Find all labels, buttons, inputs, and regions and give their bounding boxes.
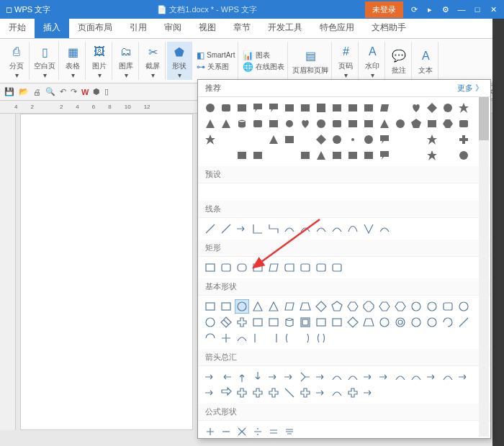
document-canvas[interactable] (20, 114, 193, 430)
shape-item[interactable] (457, 316, 470, 329)
relation-button[interactable]: ⊶关系图 (197, 62, 235, 72)
maximize-icon[interactable]: □ (471, 5, 484, 14)
shape-item[interactable] (283, 222, 296, 235)
shape-item[interactable] (251, 149, 264, 162)
sync-icon[interactable]: ⟳ (408, 5, 420, 14)
qat-cube-icon[interactable]: ⬢ (93, 87, 100, 96)
shape-item[interactable] (410, 133, 423, 146)
shape-item[interactable] (267, 117, 280, 130)
shape-item[interactable] (251, 222, 264, 235)
shape-item[interactable] (315, 222, 328, 235)
qat-redo-icon[interactable]: ↷ (71, 87, 77, 96)
watermark-button[interactable]: A水印▾ (360, 42, 385, 80)
shape-item[interactable] (394, 370, 407, 383)
shape-item[interactable] (457, 101, 470, 114)
shape-item[interactable] (299, 117, 312, 130)
shape-item[interactable] (204, 300, 217, 313)
shape-ellipse[interactable] (235, 300, 248, 313)
shape-item[interactable] (220, 117, 233, 130)
shape-item[interactable] (394, 117, 407, 130)
shape-item[interactable] (378, 133, 391, 146)
shape-item[interactable] (267, 149, 280, 162)
settings-icon[interactable]: ⚙ (439, 5, 452, 14)
shape-item[interactable] (346, 222, 359, 235)
qat-w-icon[interactable]: W (81, 88, 89, 96)
table-button[interactable]: ▦表格▾ (60, 42, 86, 80)
shape-item[interactable] (410, 370, 423, 383)
shape-item[interactable] (251, 386, 264, 399)
shape-item[interactable] (204, 149, 217, 162)
shape-item[interactable] (299, 386, 312, 399)
shape-item[interactable] (267, 316, 280, 329)
shape-item[interactable] (330, 133, 343, 146)
shape-item[interactable] (235, 222, 248, 235)
image-button[interactable]: 🖼图片▾ (87, 42, 112, 80)
pagebreak-button[interactable]: ⎙分页▾ (4, 42, 30, 80)
shape-item[interactable] (330, 101, 343, 114)
shape-item[interactable] (457, 300, 470, 313)
blankpage-button[interactable]: ▯空白页▾ (31, 42, 59, 80)
tab-layout[interactable]: 页面布局 (69, 17, 121, 38)
qat-save-icon[interactable]: 💾 (4, 87, 14, 96)
shape-item[interactable] (251, 133, 264, 146)
shape-item[interactable] (330, 300, 343, 313)
tab-chapter[interactable]: 章节 (225, 17, 259, 38)
shape-item[interactable] (299, 316, 312, 329)
shape-item[interactable] (315, 370, 328, 383)
shape-item[interactable] (267, 133, 280, 146)
shape-item[interactable] (426, 316, 438, 329)
shape-item[interactable] (410, 117, 423, 130)
tab-view[interactable]: 视图 (190, 17, 225, 38)
shape-item[interactable] (235, 117, 248, 130)
shape-item[interactable] (204, 370, 217, 383)
qat-print-icon[interactable]: 🖨 (33, 88, 41, 96)
shape-item[interactable] (426, 117, 438, 130)
headerfooter-button[interactable]: ▤页眉和页脚 (289, 42, 332, 80)
shape-item[interactable] (315, 332, 328, 345)
shape-item[interactable] (362, 222, 375, 235)
shape-item[interactable] (410, 300, 423, 313)
shape-item[interactable] (346, 133, 359, 146)
shape-item[interactable] (315, 300, 328, 313)
shape-item[interactable] (220, 222, 233, 235)
shape-item[interactable] (315, 316, 328, 329)
shape-item[interactable] (378, 316, 391, 329)
shape-item[interactable] (220, 386, 233, 399)
textbox-button[interactable]: A文本 (413, 42, 438, 80)
shape-item[interactable] (220, 149, 233, 162)
chart-button[interactable]: 📊图表 (243, 50, 284, 60)
shape-item[interactable] (220, 332, 233, 345)
shape-item[interactable] (410, 101, 423, 114)
shape-item[interactable] (330, 117, 343, 130)
shape-item[interactable] (330, 222, 343, 235)
shape-item[interactable] (283, 300, 296, 313)
shape-item[interactable] (235, 370, 248, 383)
shape-item[interactable] (204, 386, 217, 399)
shape-item[interactable] (283, 316, 296, 329)
shape-item[interactable] (220, 316, 233, 329)
shape-item[interactable] (362, 101, 375, 114)
shape-item[interactable] (346, 386, 359, 399)
shape-item[interactable] (346, 300, 359, 313)
shape-item[interactable] (362, 117, 375, 130)
qat-preview-icon[interactable]: 🔍 (45, 87, 55, 96)
shape-item[interactable] (346, 117, 359, 130)
shape-item[interactable] (362, 133, 375, 146)
shape-item[interactable] (346, 149, 359, 162)
shape-item[interactable] (378, 101, 391, 114)
shape-item[interactable] (394, 133, 407, 146)
shape-item[interactable] (330, 386, 343, 399)
shape-item[interactable] (251, 316, 264, 329)
shape-item[interactable] (251, 101, 264, 114)
shape-item[interactable] (220, 370, 233, 383)
shape-item[interactable] (362, 300, 375, 313)
shape-item[interactable] (220, 101, 233, 114)
shape-item[interactable] (299, 101, 312, 114)
shape-item[interactable] (299, 222, 312, 235)
shape-item[interactable] (283, 425, 296, 438)
shape-item[interactable] (441, 117, 454, 130)
shape-item[interactable] (204, 261, 217, 274)
shape-item[interactable] (426, 133, 438, 146)
shape-item[interactable] (283, 261, 296, 274)
shape-item[interactable] (299, 261, 312, 274)
